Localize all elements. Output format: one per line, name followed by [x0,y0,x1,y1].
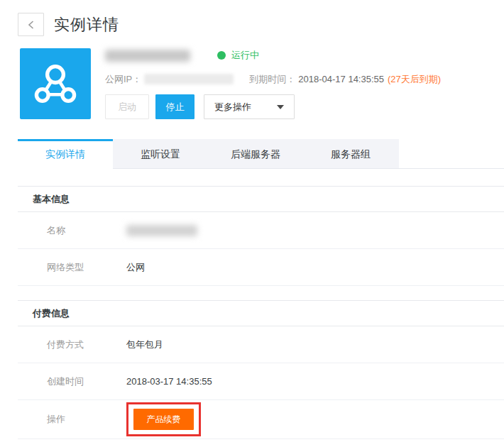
start-button[interactable]: 启动 [105,94,149,119]
highlight-annotation-box: 产品续费 [126,402,201,436]
slb-glyph-icon [28,57,82,111]
row-label: 付费方式 [47,338,126,351]
section-title: 付费信息 [18,300,504,326]
section-basic-info: 基本信息 名称 网络类型 公网 [18,186,504,286]
expire-countdown: (27天后到期) [388,73,441,86]
row-network-type: 网络类型 公网 [18,249,504,286]
instance-name-redacted [105,50,190,62]
expire-time-value: 2018-04-17 14:35:55 [298,74,384,84]
page-header: 实例详情 [0,0,504,36]
more-actions-dropdown[interactable]: 更多操作 [204,94,295,119]
name-value-redacted [126,225,197,236]
tab-bar: 实例详情 监听设置 后端服务器 服务器组 [18,139,504,169]
load-balancer-icon [20,48,91,119]
status-badge: 运行中 [217,49,259,62]
chevron-left-icon [26,19,36,31]
row-value: 2018-03-17 14:35:55 [126,376,212,387]
status-dot-icon [217,51,226,60]
row-label: 创建时间 [47,375,126,388]
status-text: 运行中 [231,49,259,62]
tab-backend-servers[interactable]: 后端服务器 [208,139,303,169]
row-label: 操作 [47,413,126,426]
row-actions: 操作 产品续费 [18,400,504,439]
expire-time-label: 到期时间： [249,73,295,86]
tab-server-groups[interactable]: 服务器组 [303,139,398,169]
more-actions-label: 更多操作 [214,101,251,114]
row-billing-method: 付费方式 包年包月 [18,326,504,363]
section-title: 基本信息 [18,186,504,212]
public-ip-label: 公网IP： [105,73,141,86]
row-label: 网络类型 [47,261,126,274]
tab-listener-settings[interactable]: 监听设置 [113,139,208,169]
row-name: 名称 [18,212,504,249]
row-value: 包年包月 [126,338,163,351]
caret-down-icon [277,105,284,109]
section-billing-info: 付费信息 付费方式 包年包月 创建时间 2018-03-17 14:35:55 … [18,300,504,439]
row-label: 名称 [47,224,126,237]
public-ip-redacted [144,74,234,84]
row-creation-time: 创建时间 2018-03-17 14:35:55 [18,363,504,400]
renew-product-button[interactable]: 产品续费 [133,409,194,430]
stop-button[interactable]: 停止 [155,94,195,119]
instance-card: 运行中 公网IP： 到期时间： 2018-04-17 14:35:55 (27天… [20,48,504,119]
tab-instance-details[interactable]: 实例详情 [18,139,113,169]
row-value: 公网 [126,261,145,274]
back-button[interactable] [18,13,44,36]
instance-info: 运行中 公网IP： 到期时间： 2018-04-17 14:35:55 (27天… [105,48,504,119]
page-title: 实例详情 [54,14,119,35]
